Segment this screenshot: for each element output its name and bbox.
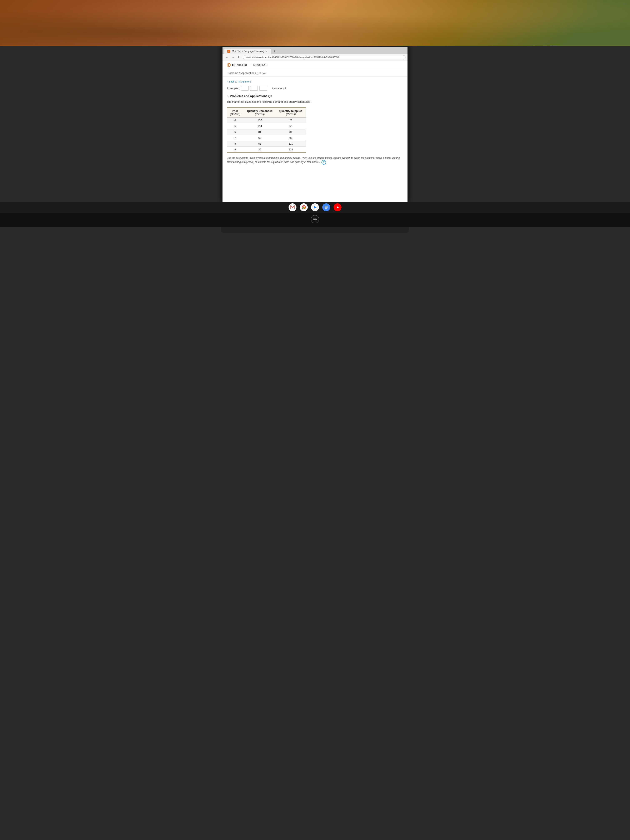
cengage-logo: CENGAGE | MINDTAP xyxy=(227,63,267,67)
col-header-price: Price (Dollars) xyxy=(227,107,243,117)
cell-price: 6 xyxy=(227,129,243,135)
taskbar-docs-icon[interactable] xyxy=(322,203,330,211)
site-header: CENGAGE | MINDTAP xyxy=(223,61,407,69)
cell-supplied: 98 xyxy=(276,135,306,141)
browser-tab[interactable]: MindTap - Cengage Learning × xyxy=(224,48,271,54)
cell-supplied: 53 xyxy=(276,123,306,129)
attempts-label: Attempts: xyxy=(227,87,239,90)
svg-rect-10 xyxy=(325,206,328,207)
mindtap-logo-text: MINDTAP xyxy=(253,63,267,67)
taskbar-play-icon[interactable] xyxy=(311,203,319,211)
table-row: 510453 xyxy=(227,123,306,129)
cell-price: 8 xyxy=(227,141,243,147)
tab-close-button[interactable]: × xyxy=(266,50,268,52)
svg-rect-11 xyxy=(325,207,328,207)
data-table-wrapper: Price (Dollars) Quantity Demanded (Pizza… xyxy=(227,107,403,153)
cell-demanded: 53 xyxy=(243,141,276,147)
breadcrumb-title: Problems & Applications (Ch 04) xyxy=(227,71,265,74)
attempt-box-2[interactable] xyxy=(250,86,258,91)
table-row: 76898 xyxy=(227,135,306,141)
new-tab-button[interactable]: + xyxy=(272,49,277,54)
taskbar-youtube-icon[interactable] xyxy=(333,203,341,211)
average-label: Average: / 3 xyxy=(272,87,286,90)
supply-demand-table: Price (Dollars) Quantity Demanded (Pizza… xyxy=(227,107,306,153)
help-icon[interactable]: ? xyxy=(322,160,326,164)
cengage-logo-text: CENGAGE xyxy=(232,63,248,67)
breadcrumb: Problems & Applications (Ch 04) xyxy=(223,69,407,77)
cell-demanded: 39 xyxy=(243,147,276,153)
browser-chrome: MindTap - Cengage Learning × + ← → ↻ /st… xyxy=(223,47,407,202)
photo-background xyxy=(0,0,630,46)
main-content: < Back to Assignment Attempts: Average: … xyxy=(223,77,407,202)
forward-nav-button[interactable]: → xyxy=(231,55,235,59)
tab-bar: MindTap - Cengage Learning × + xyxy=(223,47,407,54)
cell-price: 9 xyxy=(227,147,243,153)
cell-price: 7 xyxy=(227,135,243,141)
question-title: 8. Problems and Applications Q8 xyxy=(227,95,403,98)
cell-demanded: 104 xyxy=(243,123,276,129)
table-header-row: Price (Dollars) Quantity Demanded (Pizza… xyxy=(227,107,306,117)
hp-logo-bar: hp xyxy=(0,213,630,227)
cell-supplied: 110 xyxy=(276,141,306,147)
laptop-frame: MindTap - Cengage Learning × + ← → ↻ /st… xyxy=(221,46,409,202)
question-body: The market for pizza has the following d… xyxy=(227,100,403,104)
back-nav-button[interactable]: ← xyxy=(224,55,229,59)
refresh-nav-button[interactable]: ↻ xyxy=(237,55,241,59)
hp-logo: hp xyxy=(311,215,319,223)
attempt-box-1[interactable] xyxy=(241,86,248,91)
cell-demanded: 81 xyxy=(243,129,276,135)
svg-point-1 xyxy=(228,65,229,66)
page-content: CENGAGE | MINDTAP Problems & Application… xyxy=(223,61,407,202)
address-bar[interactable]: /static/nb/ui/evo/index.html?eISBN=97813… xyxy=(243,55,406,59)
cell-supplied: 121 xyxy=(276,147,306,153)
instruction-text: Use the blue points (circle symbol) to g… xyxy=(227,156,403,164)
laptop-bottom-bezel xyxy=(221,227,409,233)
cengage-favicon-icon xyxy=(227,63,231,67)
tab-label: MindTap - Cengage Learning xyxy=(232,50,264,53)
table-row: 68181 xyxy=(227,129,306,135)
cell-price: 4 xyxy=(227,117,243,123)
cell-supplied: 81 xyxy=(276,129,306,135)
taskbar xyxy=(0,202,630,213)
cell-demanded: 135 xyxy=(243,117,276,123)
attempt-box-3[interactable] xyxy=(259,86,267,91)
col-header-demanded: Quantity Demanded (Pizzas) xyxy=(243,107,276,117)
cell-price: 5 xyxy=(227,123,243,129)
cell-supplied: 26 xyxy=(276,117,306,123)
tab-favicon xyxy=(227,50,230,53)
table-row: 853110 xyxy=(227,141,306,147)
taskbar-gmail-icon[interactable] xyxy=(289,203,297,211)
cell-demanded: 68 xyxy=(243,135,276,141)
address-bar-row: ← → ↻ /static/nb/ui/evo/index.html?eISBN… xyxy=(223,54,407,61)
svg-rect-12 xyxy=(325,208,327,208)
col-header-supplied: Quantity Supplied (Pizzas) xyxy=(276,107,306,117)
table-row: 413526 xyxy=(227,117,306,123)
table-row: 939121 xyxy=(227,147,306,153)
taskbar-chrome-icon[interactable] xyxy=(300,203,308,211)
back-to-assignment-link[interactable]: < Back to Assignment xyxy=(227,80,251,83)
attempts-row: Attempts: Average: / 3 xyxy=(227,86,403,91)
logo-divider: | xyxy=(250,63,251,67)
